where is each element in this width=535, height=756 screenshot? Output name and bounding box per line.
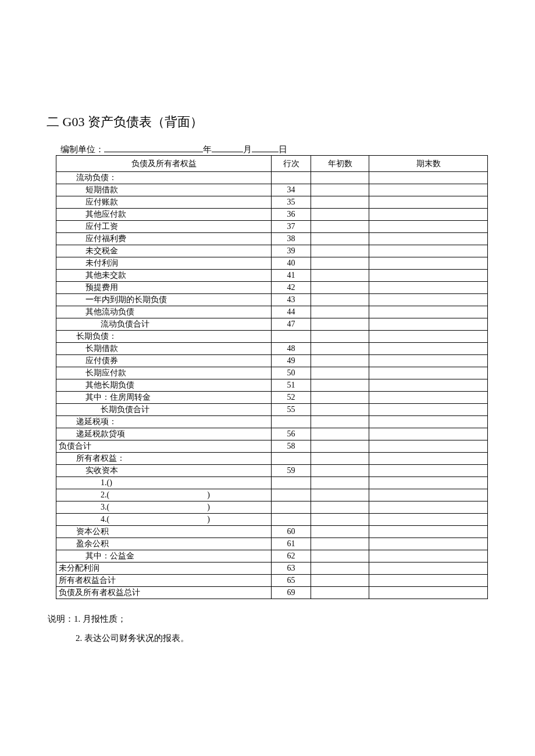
begin-value — [311, 318, 369, 331]
header-end: 期末数 — [369, 156, 488, 172]
begin-value — [311, 306, 369, 318]
table-row: 一年内到期的长期负债43 — [56, 294, 488, 306]
table-row: 长期负债合计55 — [56, 404, 488, 416]
end-value — [369, 343, 488, 355]
end-value — [369, 209, 488, 221]
table-row: 所有者权益： — [56, 453, 488, 465]
begin-value — [311, 489, 369, 501]
table-row: 1.() — [56, 477, 488, 489]
row-number — [272, 477, 311, 489]
end-value — [369, 172, 488, 184]
begin-value — [311, 172, 369, 184]
balance-sheet-table: 负债及所有者权益 行次 年初数 期末数 流动负债：短期借款34应付账款35其他应… — [56, 155, 488, 599]
row-label: 盈余公积 — [56, 538, 272, 550]
end-value — [369, 453, 488, 465]
begin-value — [311, 184, 369, 196]
row-number: 56 — [272, 428, 311, 440]
row-label: 其他应付款 — [56, 209, 272, 221]
label-unit: 编制单位： — [60, 145, 104, 154]
row-label: 应付工资 — [56, 221, 272, 233]
row-label: 其中：住房周转金 — [56, 392, 272, 404]
end-value — [369, 562, 488, 575]
row-number: 38 — [272, 233, 311, 245]
begin-value — [311, 465, 369, 477]
note-2: 2. 表达公司财务状况的报表。 — [76, 629, 488, 648]
begin-value — [311, 587, 369, 599]
row-label: 未付利润 — [56, 257, 272, 270]
begin-value — [311, 575, 369, 587]
end-value — [369, 489, 488, 501]
begin-value — [311, 209, 369, 221]
table-row: 所有者权益合计65 — [56, 575, 488, 587]
row-label: 其中：公益金 — [56, 550, 272, 562]
row-number: 40 — [272, 257, 311, 270]
row-label: 长期负债： — [56, 331, 272, 343]
end-value — [369, 440, 488, 453]
begin-value — [311, 526, 369, 538]
begin-value — [311, 514, 369, 526]
row-label: 所有者权益合计 — [56, 575, 272, 587]
table-row: 应付福利费38 — [56, 233, 488, 245]
row-number: 43 — [272, 294, 311, 306]
row-label: 所有者权益： — [56, 453, 272, 465]
row-label: 实收资本 — [56, 465, 272, 477]
begin-value — [311, 379, 369, 392]
row-label: 预提费用 — [56, 282, 272, 294]
table-row: 长期应付款50 — [56, 367, 488, 379]
table-row: 长期负债： — [56, 331, 488, 343]
row-label: 流动负债合计 — [56, 318, 272, 331]
end-value — [369, 245, 488, 257]
row-label: 应付债券 — [56, 355, 272, 367]
row-number: 65 — [272, 575, 311, 587]
row-label: 长期借款 — [56, 343, 272, 355]
row-number — [272, 453, 311, 465]
end-value — [369, 575, 488, 587]
table-row: 流动负债： — [56, 172, 488, 184]
row-label: 未交税金 — [56, 245, 272, 257]
row-number: 37 — [272, 221, 311, 233]
begin-value — [311, 404, 369, 416]
begin-value — [311, 221, 369, 233]
table-row: 其他未交款41 — [56, 270, 488, 282]
row-number: 47 — [272, 318, 311, 331]
begin-value — [311, 367, 369, 379]
row-number: 51 — [272, 379, 311, 392]
row-number: 39 — [272, 245, 311, 257]
end-value — [369, 331, 488, 343]
end-value — [369, 477, 488, 489]
row-number: 36 — [272, 209, 311, 221]
row-label: 资本公积 — [56, 526, 272, 538]
end-value — [369, 538, 488, 550]
row-number: 42 — [272, 282, 311, 294]
table-header-row: 负债及所有者权益 行次 年初数 期末数 — [56, 156, 488, 172]
table-row: 其中：公益金62 — [56, 550, 488, 562]
row-label: 负债合计 — [56, 440, 272, 453]
row-label: 4.( ) — [56, 514, 272, 526]
row-number: 44 — [272, 306, 311, 318]
end-value — [369, 221, 488, 233]
table-row: 其中：住房周转金52 — [56, 392, 488, 404]
table-row: 实收资本59 — [56, 465, 488, 477]
begin-value — [311, 355, 369, 367]
row-number: 48 — [272, 343, 311, 355]
table-row: 预提费用42 — [56, 282, 488, 294]
row-label: 负债及所有者权益总计 — [56, 587, 272, 599]
row-number — [272, 501, 311, 514]
table-row: 未交税金39 — [56, 245, 488, 257]
row-number: 50 — [272, 367, 311, 379]
row-number: 49 — [272, 355, 311, 367]
end-value — [369, 257, 488, 270]
end-value — [369, 306, 488, 318]
begin-value — [311, 245, 369, 257]
begin-value — [311, 562, 369, 575]
note-1: 说明：1. 月报性质； — [48, 610, 488, 629]
begin-value — [311, 233, 369, 245]
row-label: 长期负债合计 — [56, 404, 272, 416]
table-row: 应付账款35 — [56, 196, 488, 209]
end-value — [369, 196, 488, 209]
row-label: 长期应付款 — [56, 367, 272, 379]
begin-value — [311, 392, 369, 404]
table-row: 长期借款48 — [56, 343, 488, 355]
label-year: 年 — [203, 145, 212, 154]
row-number — [272, 514, 311, 526]
